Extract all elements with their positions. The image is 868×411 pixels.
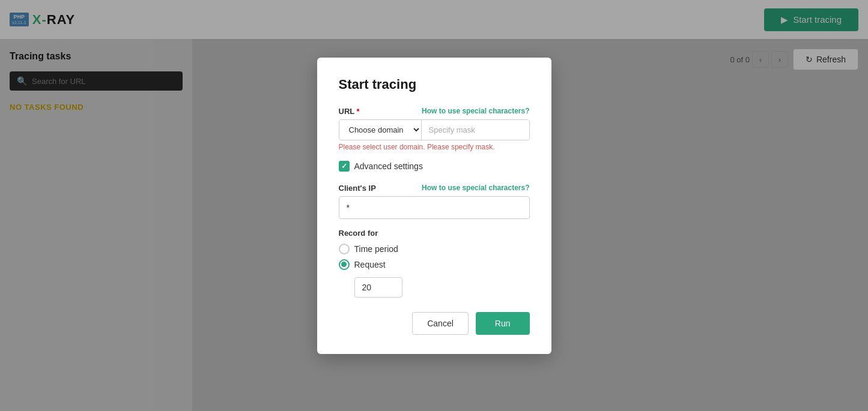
time-period-radio-row[interactable]: Time period [339,244,530,254]
record-for-form-row: Record for Time period Request [339,229,530,298]
url-required: * [357,107,360,116]
url-error-text: Please select user domain. Please specif… [339,143,530,151]
mask-input[interactable] [422,120,530,140]
url-label-row: URL * How to use special characters? [339,107,530,116]
modal-actions: Cancel Run [339,312,530,335]
request-label: Request [354,260,386,269]
modal-dialog: Start tracing URL * How to use special c… [317,58,551,354]
url-label: URL * [339,107,360,116]
time-period-radio[interactable] [339,244,350,254]
url-inputs: Choose domain [339,119,530,140]
client-ip-form-row: Client's IP How to use special character… [339,184,530,219]
client-ip-label: Client's IP [339,184,376,193]
client-ip-input[interactable] [339,196,530,219]
request-radio-row[interactable]: Request [339,259,530,270]
url-form-row: URL * How to use special characters? Cho… [339,107,530,151]
client-ip-label-row: Client's IP How to use special character… [339,184,530,193]
domain-select[interactable]: Choose domain [339,120,422,140]
client-ip-help-link[interactable]: How to use special characters? [422,184,529,192]
cancel-button[interactable]: Cancel [412,312,469,335]
request-count-input[interactable] [354,277,402,298]
modal-title: Start tracing [339,77,530,92]
url-help-link[interactable]: How to use special characters? [422,107,529,115]
advanced-settings-label: Advanced settings [354,161,423,171]
run-button[interactable]: Run [476,312,530,335]
record-for-label: Record for [339,229,530,238]
advanced-settings-row: Advanced settings [339,161,530,172]
time-period-label: Time period [354,244,398,254]
modal-overlay: Start tracing URL * How to use special c… [0,0,868,411]
request-radio[interactable] [339,259,350,270]
advanced-settings-checkbox[interactable] [339,161,350,172]
